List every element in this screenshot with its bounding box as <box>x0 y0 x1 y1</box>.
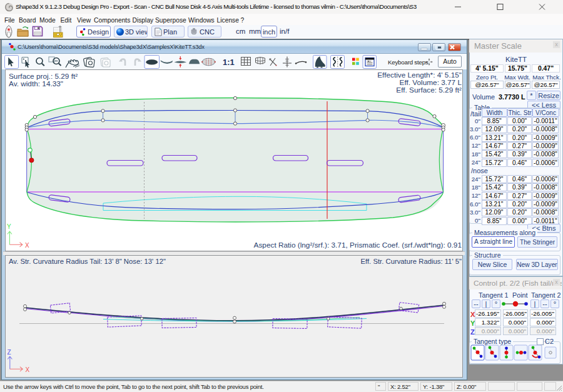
svg-text:X: X <box>26 366 30 373</box>
svg-text:X: X <box>25 242 29 249</box>
svg-text:Y: Y <box>7 223 11 230</box>
svg-text:1:1: 1:1 <box>223 58 235 67</box>
svg-text:Av. width: 14.33": Av. width: 14.33" <box>9 79 63 88</box>
svg-text:Eff. Str. Curvature Radius: 11: Eff. Str. Curvature Radius: 11' 5" <box>361 258 462 265</box>
svg-text:Aspect Ratio (lng²/srf.): 3.7: Aspect Ratio (lng²/srf.): 3.71, Prismati… <box>254 241 462 249</box>
svg-text:Eff. Surface: 5.29 ft²: Eff. Surface: 5.29 ft² <box>396 86 462 94</box>
svg-text:Av. Str. Curvature Radius Tail: Av. Str. Curvature Radius Tail: 13' 8" N… <box>9 258 166 265</box>
svg-text:Z: Z <box>8 349 11 356</box>
